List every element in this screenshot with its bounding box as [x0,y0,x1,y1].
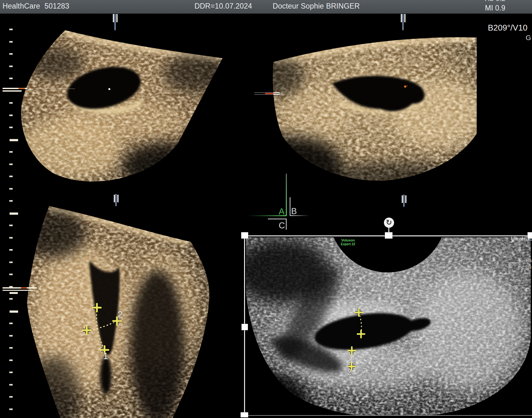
quadrant-label-b[interactable]: B [291,206,297,216]
measurement-label-bl-2: 2 [118,309,123,320]
rotation-handle-stem [388,227,389,233]
probe-model: Expert 22 [334,242,362,246]
side-label-sr: SR [525,265,532,270]
selection-handle-bottom-left[interactable] [241,412,248,417]
probe-marker-bottom-right [402,195,406,207]
side-label-ra: Ra [526,258,532,263]
selection-border-bottom [245,415,532,416]
bottom-mask [219,416,532,418]
measurement-set-bottom-left [83,304,121,354]
selection-handle-mid-left[interactable] [242,324,248,330]
measurement-label-bl-1: 1 [103,351,108,361]
rotation-handle-icon[interactable]: ↻ [384,218,394,228]
physician-name: Docteur Sophie BRINGER [273,2,360,10]
probe-name: Voluson [334,238,362,242]
caliper-cross[interactable] [83,326,91,334]
focus-marker-top-right [254,92,280,95]
quadrant-label-c[interactable]: C [279,221,285,231]
mi-value: MI 0.9 [485,4,505,12]
patient-id: 501283 [44,2,69,10]
exam-date: DDR=10.07.2024 [194,2,252,10]
quadrant-label-a[interactable]: A [279,207,284,217]
ti-value: TIb 0.2 [484,0,505,3]
measurement-label-br-2: 2 [347,368,351,377]
focus-marker-left-upper [3,88,75,92]
probe-marker-bottom-left [114,194,119,206]
header-bar: HealthCare 501283 DDR=10.07.2024 Docteur… [0,0,532,14]
brand-label: HealthCare [3,2,40,10]
gain-label: G [526,34,531,42]
measurement-dotted-line [87,321,117,330]
probe-marker-top-right [401,13,406,30]
probe-marker-top-left [113,13,118,30]
measurement-set-bottom-right [348,309,365,370]
caliper-cross[interactable] [358,331,365,338]
ultrahd-label: UltraHD 1 [511,236,532,242]
selection-handle-top-left[interactable] [241,232,248,239]
focus-marker-left-lower [3,287,37,294]
measurement-label-br-1: 1 [355,304,359,313]
caliper-cross[interactable] [348,347,355,354]
quadrant-selector-lines [247,174,310,230]
annotation-overlay [0,0,532,418]
acquisition-mode: B209°/V10 [488,23,528,33]
caliper-cross[interactable] [93,304,101,311]
